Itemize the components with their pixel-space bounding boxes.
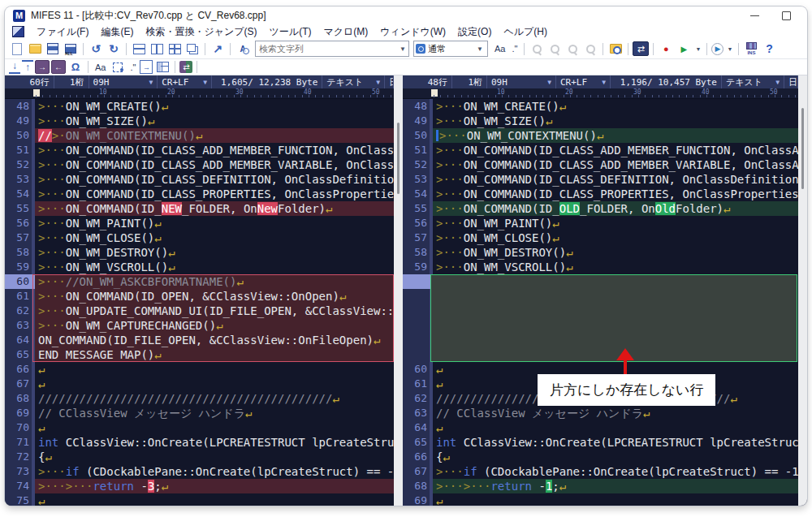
maximize-button[interactable] <box>782 11 791 20</box>
play-macro-icon[interactable]: ▶ <box>676 41 692 56</box>
search-history-dropdown[interactable]: ▼ <box>397 45 408 53</box>
code-line-text[interactable]: ////////////////////////////////////////… <box>35 391 394 406</box>
menu-tools[interactable]: ツール(T) <box>270 25 312 39</box>
document-window-icon[interactable] <box>12 26 24 37</box>
code-line-text[interactable]: >···ON_WM_CREATE()↵ <box>35 99 394 114</box>
code-line-text[interactable] <box>433 304 798 318</box>
code-line-text[interactable]: >···ON_WM_PAINT()↵ <box>433 216 798 230</box>
code-line-text[interactable] <box>433 274 798 289</box>
right-scrollbar[interactable] <box>798 75 807 506</box>
code-line-text[interactable]: >···ON_COMMAND(ID_OPEN, &CClassView::OnO… <box>35 289 394 304</box>
code-line-text[interactable]: ON_COMMAND(ID_FILE_OPEN, &CClassView::On… <box>35 333 394 347</box>
case-sensitive-button[interactable]: Aa <box>492 41 508 56</box>
quote-option-button[interactable]: ." <box>127 61 138 73</box>
code-line-text[interactable] <box>433 347 798 362</box>
status-linebreak[interactable]: CR+LF▼ <box>158 75 212 88</box>
menu-settings[interactable]: 設定(O) <box>458 25 491 39</box>
insert-mode-icon[interactable]: INS <box>743 41 759 56</box>
search-input[interactable] <box>256 44 397 54</box>
code-line-text[interactable]: {↵ <box>35 450 394 464</box>
zoom-page-icon[interactable] <box>582 41 598 56</box>
code-line-text[interactable]: >···>···return -3;↵ <box>35 479 394 493</box>
tag-jump-icon[interactable]: ↗ <box>209 41 226 56</box>
code-line-text[interactable]: >···ON_COMMAND(ID_OLD_FOLDER, OnOldFolde… <box>433 201 798 216</box>
code-line-text[interactable]: END_MESSAGE_MAP()↵ <box>35 347 394 362</box>
menu-window[interactable]: ウィンドウ(W) <box>380 25 446 39</box>
code-line-text[interactable]: >···ON_WM_CREATE()↵ <box>433 99 798 114</box>
table-view-icon[interactable] <box>154 61 171 73</box>
code-line-text[interactable]: ↵ <box>433 420 798 435</box>
left-scrollbar-thumb[interactable] <box>397 123 400 194</box>
grep-search-icon[interactable] <box>607 41 624 56</box>
code-line-text[interactable]: //>·ON_WM_CONTEXTMENU()↵ <box>35 128 394 143</box>
compare-files-icon[interactable]: ⇄ <box>633 41 649 56</box>
code-line-text[interactable]: >···ON_COMMAND(ID_CLASS_PROPERTIES, OnCl… <box>433 187 798 201</box>
code-line-text[interactable]: >···ON_WM_DESTROY()↵ <box>433 245 798 260</box>
code-line-text[interactable]: ↵ <box>35 377 394 391</box>
code-line-text[interactable]: >···ON_UPDATE_COMMAND_UI(ID_FILE_OPEN, &… <box>35 304 394 318</box>
minimize-button[interactable] <box>750 15 759 16</box>
status-filetype[interactable]: テキスト▼ <box>722 75 784 88</box>
code-line-text[interactable]: >···ON_COMMAND(ID_CLASS_PROPERTIES, OnCl… <box>35 187 394 201</box>
new-file-icon[interactable] <box>9 41 25 56</box>
run-tool-dropdown[interactable]: ▼ <box>725 41 734 56</box>
wrap-option-icon[interactable]: → <box>140 60 153 74</box>
status-char-code[interactable]: 09H▼ <box>89 75 158 88</box>
code-line-text[interactable]: >···ON_WM_PAINT()↵ <box>35 216 394 230</box>
code-line-text[interactable]: >···ON_WM_CAPTURECHANGED()↵ <box>35 318 394 333</box>
code-line-text[interactable] <box>433 318 798 333</box>
code-line-text[interactable]: >···ON_WM_CLOSE()↵ <box>433 230 798 245</box>
code-line-text[interactable]: int CClassView::OnCreate(LPCREATESTRUCT … <box>35 435 394 450</box>
play-macro-dropdown[interactable]: ▼ <box>693 41 702 56</box>
menu-help[interactable]: ヘルプ(H) <box>503 25 547 39</box>
zoom-reset-icon[interactable] <box>564 41 581 56</box>
code-line-text[interactable]: >···ON_COMMAND(ID_CLASS_DEFINITION, OnCl… <box>433 172 798 187</box>
search-mode-select[interactable]: 通常 ▼ <box>413 41 488 57</box>
status-char-code[interactable]: 09H▼ <box>487 75 556 88</box>
copy-diff-right-icon[interactable]: → <box>35 60 50 74</box>
code-line-text[interactable]: >···ON_COMMAND(ID_CLASS_ADD_MEMBER_FUNCT… <box>433 143 798 157</box>
code-line-text[interactable]: >···ON_WM_VSCROLL()↵ <box>433 260 798 274</box>
right-scrollbar-thumb[interactable] <box>801 108 804 189</box>
save-icon[interactable] <box>45 41 61 56</box>
code-line-text[interactable]: >···ON_COMMAND(ID_NEW_FOLDER, OnNewFolde… <box>35 201 394 216</box>
next-diff-icon[interactable]: ↓ <box>9 60 20 74</box>
copy-diff-left-icon[interactable]: ← <box>51 60 66 74</box>
search-icon[interactable]: A <box>235 41 251 56</box>
menu-file[interactable]: ファイル(F) <box>37 25 89 39</box>
swap-panes-icon[interactable]: ⇄ <box>179 61 192 73</box>
code-line-text[interactable] <box>433 333 798 347</box>
right-code-area[interactable]: 48>···ON_WM_CREATE()↵49>···ON_WM_SIZE()↵… <box>403 99 798 506</box>
status-encoding[interactable]: 日本語(シフトJIS)▼ <box>784 75 798 88</box>
save-all-icon[interactable] <box>63 41 79 56</box>
code-line-text[interactable]: >···if (CDockablePane::OnCreate(lpCreate… <box>35 464 394 479</box>
code-line-text[interactable]: >···ON_WM_DESTROY()↵ <box>35 245 394 260</box>
zoom-in-icon[interactable] <box>529 41 545 56</box>
code-line-text[interactable]: >···ON_WM_SIZE()↵ <box>433 114 798 128</box>
fuzzy-match-button[interactable]: ." <box>509 41 520 56</box>
undo-icon[interactable]: ↺ <box>88 41 104 56</box>
code-line-text[interactable]: int CClassView::OnCreate(LPCREATESTRUCT … <box>433 435 798 450</box>
code-line-text[interactable]: >···ON_WM_CLOSE()↵ <box>35 230 394 245</box>
selection-option-icon[interactable] <box>110 61 126 73</box>
help-icon[interactable]: ? <box>761 41 777 56</box>
split-quad-icon[interactable] <box>166 41 183 56</box>
code-line-text[interactable]: >···ON_WM_SIZE()↵ <box>35 114 394 128</box>
recompare-icon[interactable]: Ω <box>67 61 84 73</box>
split-vertical-icon[interactable] <box>149 41 165 56</box>
code-line-text[interactable] <box>433 289 798 304</box>
status-encoding[interactable]: 日本語(シフトJIS)▼ <box>385 75 394 88</box>
code-line-text[interactable]: // CClassView メッセージ ハンドラ↵ <box>433 406 798 420</box>
left-code-area[interactable]: 48>···ON_WM_CREATE()↵49>···ON_WM_SIZE()↵… <box>5 99 394 506</box>
record-macro-icon[interactable]: ● <box>658 41 674 56</box>
status-filetype[interactable]: テキスト▼ <box>322 75 385 88</box>
code-line-text[interactable]: >···ON_WM_VSCROLL()↵ <box>35 260 394 274</box>
code-line-text[interactable]: >···ON_COMMAND(ID_CLASS_ADD_MEMBER_VARIA… <box>35 157 394 172</box>
menu-edit[interactable]: 編集(E) <box>101 25 133 39</box>
status-linebreak[interactable]: CR+LF▼ <box>556 75 611 88</box>
left-scrollbar[interactable] <box>394 75 403 506</box>
code-line-text[interactable]: >···>···return -1;↵ <box>433 479 798 493</box>
open-folder-icon[interactable] <box>27 41 43 56</box>
code-line-text[interactable]: {↵ <box>433 450 798 464</box>
code-line-text[interactable]: >···ON_COMMAND(ID_CLASS_ADD_MEMBER_VARIA… <box>433 157 798 172</box>
